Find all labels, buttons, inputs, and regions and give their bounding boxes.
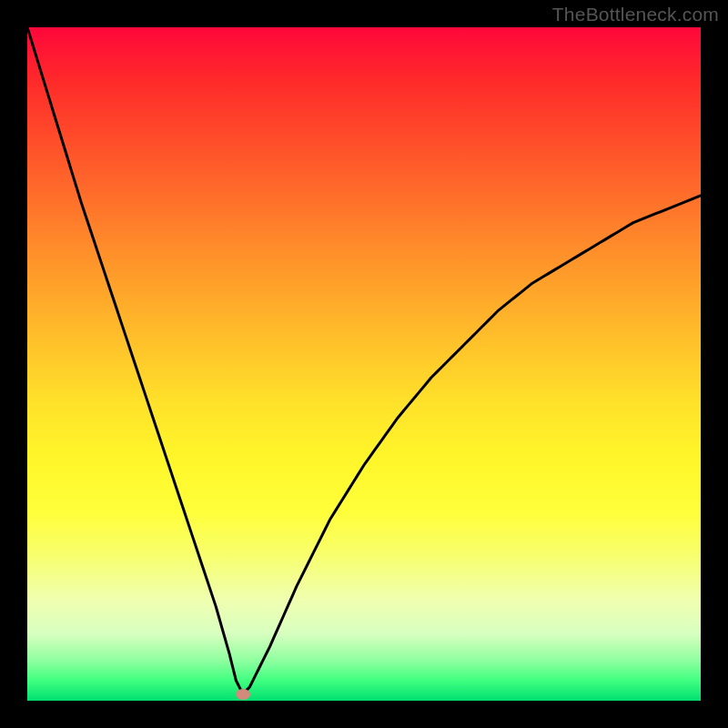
- minimum-marker: [236, 689, 250, 700]
- bottleneck-curve: [27, 27, 701, 701]
- watermark-text: TheBottleneck.com: [552, 4, 719, 25]
- plot-area: [27, 27, 701, 701]
- chart-frame: TheBottleneck.com: [0, 0, 728, 728]
